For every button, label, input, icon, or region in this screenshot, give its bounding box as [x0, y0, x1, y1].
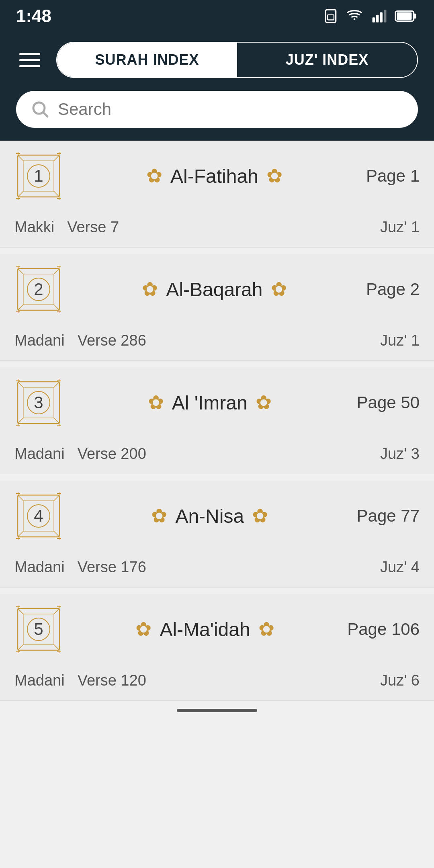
surah-origin: Madani	[14, 559, 65, 576]
svg-line-15	[18, 191, 23, 197]
svg-line-88	[54, 645, 59, 650]
tab-juz-index[interactable]: JUZ' INDEX	[237, 43, 417, 77]
surah-name: An-Nisa	[175, 505, 244, 527]
ornament-right: ✿	[271, 280, 287, 299]
surah-row: 1 ✿ Al-Fatihah ✿ Page 1	[0, 141, 434, 211]
svg-line-34	[54, 305, 59, 310]
surah-info-row: Madani Verse 120 Juz' 6	[0, 665, 434, 701]
surah-info-left: Madani Verse 176	[14, 559, 146, 576]
surah-item[interactable]: 1 ✿ Al-Fatihah ✿ Page 1 Makki Verse 7 Ju…	[0, 141, 434, 248]
header: SURAH INDEX JUZ' INDEX	[0, 32, 434, 91]
svg-line-13	[18, 155, 23, 161]
ornament-right: ✿	[256, 393, 272, 412]
ornament-left: ✿	[146, 166, 162, 186]
surah-origin: Madani	[14, 672, 65, 689]
surah-item[interactable]: 5 ✿ Al-Ma'idah ✿ Page 106 Madani Verse 1…	[0, 594, 434, 701]
ornament-left: ✿	[148, 393, 164, 412]
home-indicator	[0, 701, 434, 720]
surah-page: Page 106	[347, 620, 420, 639]
search-container	[0, 91, 434, 141]
surah-row: 5 ✿ Al-Ma'idah ✿ Page 106	[0, 594, 434, 665]
svg-line-86	[54, 608, 59, 614]
status-bar: 1:48	[0, 0, 434, 32]
svg-rect-1	[328, 15, 334, 20]
surah-number: 5	[34, 620, 43, 639]
surah-juz: Juz' 1	[380, 219, 420, 236]
surah-origin: Madani	[14, 332, 65, 349]
svg-rect-4	[376, 15, 379, 23]
surah-name-area: ✿ Al-Baqarah ✿	[72, 278, 356, 301]
ornament-right: ✿	[252, 506, 268, 526]
surah-divider	[0, 248, 434, 254]
signal-icon	[371, 8, 388, 24]
surah-name: Al-Baqarah	[166, 278, 262, 301]
svg-line-69	[18, 531, 23, 537]
status-time: 1:48	[16, 6, 51, 26]
surah-verses: Verse 7	[67, 219, 119, 236]
ornament-left: ✿	[151, 506, 167, 526]
surah-verses: Verse 200	[78, 445, 146, 463]
surah-item[interactable]: 2 ✿ Al-Baqarah ✿ Page 2 Madani Verse 286…	[0, 254, 434, 361]
svg-rect-8	[414, 14, 416, 18]
surah-divider	[0, 474, 434, 481]
sim-icon	[323, 8, 338, 24]
surah-info-left: Makki Verse 7	[14, 219, 119, 236]
surah-name: Al-Fatihah	[170, 165, 258, 187]
surah-juz: Juz' 3	[380, 445, 420, 463]
surah-verses: Verse 286	[78, 332, 146, 349]
svg-line-67	[18, 495, 23, 501]
surah-verses: Verse 176	[78, 559, 146, 576]
search-input[interactable]	[58, 100, 403, 119]
surah-juz: Juz' 6	[380, 672, 420, 689]
surah-item[interactable]: 3 ✿ Al 'Imran ✿ Page 50 Madani Verse 200…	[0, 367, 434, 474]
surah-divider	[0, 361, 434, 367]
menu-button[interactable]	[16, 50, 43, 70]
surah-info-left: Madani Verse 200	[14, 445, 146, 463]
home-bar	[177, 709, 257, 712]
surah-info-row: Madani Verse 176 Juz' 4	[0, 551, 434, 588]
surah-number-badge: 2	[14, 265, 63, 313]
svg-line-31	[18, 268, 23, 274]
surah-number: 1	[34, 166, 43, 186]
surah-number-badge: 5	[14, 605, 63, 653]
surah-number: 4	[34, 506, 43, 526]
svg-rect-9	[397, 12, 411, 20]
svg-line-33	[18, 305, 23, 310]
surah-name: Al-Ma'idah	[160, 618, 250, 641]
surah-page: Page 1	[366, 166, 420, 186]
surah-name-area: ✿ An-Nisa ✿	[72, 505, 347, 527]
tab-surah-index[interactable]: SURAH INDEX	[57, 43, 237, 77]
svg-line-16	[54, 191, 59, 197]
surah-divider	[0, 588, 434, 594]
surah-number-badge: 1	[14, 152, 63, 200]
svg-rect-3	[373, 17, 375, 23]
surah-number: 2	[34, 280, 43, 299]
svg-line-51	[18, 418, 23, 424]
surah-info-row: Madani Verse 200 Juz' 3	[0, 438, 434, 474]
svg-line-85	[18, 608, 23, 614]
wifi-icon	[345, 8, 364, 24]
surah-list: 1 ✿ Al-Fatihah ✿ Page 1 Makki Verse 7 Ju…	[0, 141, 434, 701]
surah-name-area: ✿ Al-Ma'idah ✿	[72, 618, 338, 641]
surah-origin: Madani	[14, 445, 65, 463]
ornament-left: ✿	[142, 280, 158, 299]
surah-verses: Verse 120	[78, 672, 146, 689]
svg-line-14	[54, 155, 59, 161]
surah-info-row: Madani Verse 286 Juz' 1	[0, 325, 434, 361]
surah-name: Al 'Imran	[172, 392, 248, 414]
surah-row: 3 ✿ Al 'Imran ✿ Page 50	[0, 367, 434, 438]
svg-line-11	[43, 112, 47, 117]
surah-juz: Juz' 4	[380, 559, 420, 576]
surah-info-left: Madani Verse 286	[14, 332, 146, 349]
ornament-left: ✿	[135, 620, 151, 639]
surah-row: 4 ✿ An-Nisa ✿ Page 77	[0, 481, 434, 551]
status-icons	[323, 8, 418, 24]
surah-page: Page 2	[366, 280, 420, 299]
svg-line-50	[54, 382, 59, 387]
search-icon	[31, 100, 50, 119]
surah-number: 3	[34, 393, 43, 412]
surah-item[interactable]: 4 ✿ An-Nisa ✿ Page 77 Madani Verse 176 J…	[0, 481, 434, 588]
svg-line-87	[18, 645, 23, 650]
svg-line-32	[54, 268, 59, 274]
svg-point-2	[354, 18, 356, 20]
